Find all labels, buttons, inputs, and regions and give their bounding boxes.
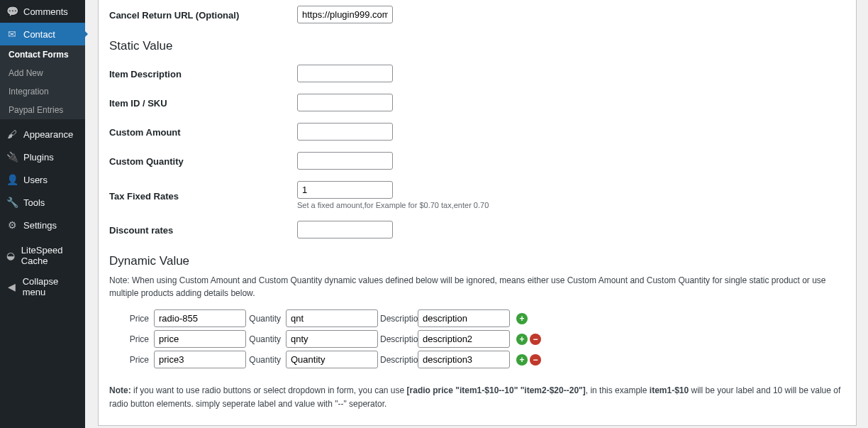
sidebar-item-label: Appearance <box>23 129 73 140</box>
label-item-description: Item Description <box>109 65 297 79</box>
brush-icon: 🖌 <box>6 128 18 141</box>
main-content: Cancel Return URL (Optional) Static Valu… <box>85 0 868 428</box>
label-item-id: Item ID / SKU <box>109 94 297 109</box>
sidebar-item-litespeed[interactable]: ◒ LiteSpeed Cache <box>0 240 85 271</box>
label-tax: Tax Fixed Rates <box>109 181 297 202</box>
sidebar-item-comments[interactable]: 💬 Comments <box>0 0 85 23</box>
add-row-icon[interactable]: + <box>516 354 528 366</box>
sidebar-item-appearance[interactable]: 🖌 Appearance <box>0 123 85 146</box>
input-desc-1[interactable] <box>418 309 510 327</box>
collapse-icon: ◀ <box>6 280 18 293</box>
input-qty-2[interactable] <box>286 330 378 348</box>
remove-row-icon[interactable]: − <box>530 334 541 345</box>
sidebar-sub-contact-forms[interactable]: Contact Forms <box>0 45 85 64</box>
note2-t1: if you want to use radio buttons or sele… <box>131 385 407 395</box>
row-item-description: Item Description <box>109 59 845 88</box>
heading-static-value: Static Value <box>109 39 845 53</box>
note2-bold2: item1-$10 <box>650 385 689 395</box>
sidebar-item-label: Plugins <box>23 152 54 163</box>
input-item-description[interactable] <box>297 65 393 82</box>
sidebar-item-contact[interactable]: ✉ Contact <box>0 23 85 45</box>
note2-code: [radio price "item1-$10--10" "item2-$20-… <box>407 385 586 395</box>
desc-label-3: Description <box>380 355 416 365</box>
dynamic-note: Note: When using Custom Amount and Custo… <box>109 274 845 300</box>
add-row-icon[interactable]: + <box>516 334 528 345</box>
mail-icon: ✉ <box>6 28 18 40</box>
sidebar-item-collapse[interactable]: ◀ Collapse menu <box>0 271 85 302</box>
label-discount: Discount rates <box>109 221 297 236</box>
litespeed-icon: ◒ <box>6 249 16 262</box>
row-custom-amount: Custom Amount <box>109 117 845 146</box>
desc-label-2: Description <box>380 334 416 344</box>
sidebar-item-label: Contact <box>23 29 55 40</box>
note2-t2: , in this example <box>586 385 650 395</box>
sidebar-item-label: Comments <box>23 6 68 17</box>
label-custom-amount: Custom Amount <box>109 123 297 138</box>
price-label-3: Price <box>116 355 152 365</box>
sidebar-item-label: Settings <box>23 220 57 231</box>
qty-label-2: Quantity <box>248 334 284 344</box>
input-custom-amount[interactable] <box>297 123 393 141</box>
row-cancel-url: Cancel Return URL (Optional) <box>109 0 845 29</box>
row-discount: Discount rates <box>109 215 845 244</box>
remove-row-icon[interactable]: − <box>530 354 541 366</box>
dynamic-row-1: Price Quantity Description + <box>116 309 845 327</box>
settings-icon: ⚙ <box>6 219 18 231</box>
desc-label-1: Description <box>380 314 416 324</box>
price-label-2: Price <box>116 334 152 344</box>
sidebar-sub-integration[interactable]: Integration <box>0 82 85 101</box>
add-row-icon[interactable]: + <box>516 313 528 324</box>
input-price-2[interactable] <box>154 330 246 348</box>
user-icon: 👤 <box>6 173 18 186</box>
sidebar-submenu: Contact Forms Add New Integration Paypal… <box>0 45 85 119</box>
sidebar-item-plugins[interactable]: 🔌 Plugins <box>0 146 85 168</box>
plug-icon: 🔌 <box>6 150 18 163</box>
settings-card: Cancel Return URL (Optional) Static Valu… <box>98 0 857 426</box>
sidebar-item-label: Users <box>23 175 48 185</box>
input-custom-quantity[interactable] <box>297 152 393 170</box>
input-tax[interactable] <box>297 181 393 199</box>
dynamic-row-3: Price Quantity Description + − <box>116 351 845 368</box>
input-cancel-url[interactable] <box>297 6 393 23</box>
input-qty-3[interactable] <box>286 351 378 368</box>
wrench-icon: 🔧 <box>6 196 18 209</box>
label-cancel-url: Cancel Return URL (Optional) <box>109 6 297 21</box>
dynamic-row-2: Price Quantity Description + − <box>116 330 845 348</box>
sidebar-item-tools[interactable]: 🔧 Tools <box>0 191 85 214</box>
input-price-3[interactable] <box>154 351 246 368</box>
row-tax: Tax Fixed Rates Set a fixed amount,for E… <box>109 175 845 215</box>
input-qty-1[interactable] <box>286 309 378 327</box>
note2-bold: Note: <box>109 385 131 395</box>
heading-dynamic-value: Dynamic Value <box>109 254 845 268</box>
admin-sidebar: 💬 Comments ✉ Contact Contact Forms Add N… <box>0 0 85 428</box>
comment-icon: 💬 <box>6 5 18 18</box>
sidebar-item-label: Collapse menu <box>23 276 79 297</box>
sidebar-item-label: LiteSpeed Cache <box>21 245 79 266</box>
qty-label-3: Quantity <box>248 355 284 365</box>
dynamic-note2: Note: if you want to use radio buttons o… <box>109 384 845 411</box>
sidebar-sub-paypal-entries[interactable]: Paypal Entries <box>0 101 85 119</box>
sidebar-item-users[interactable]: 👤 Users <box>0 168 85 191</box>
row-item-id: Item ID / SKU <box>109 88 845 117</box>
input-desc-2[interactable] <box>418 330 510 348</box>
input-discount[interactable] <box>297 221 393 238</box>
input-desc-3[interactable] <box>418 351 510 368</box>
sidebar-item-label: Tools <box>23 197 45 208</box>
label-custom-quantity: Custom Quantity <box>109 152 297 167</box>
input-price-1[interactable] <box>154 309 246 327</box>
input-item-id[interactable] <box>297 94 393 111</box>
qty-label-1: Quantity <box>248 314 284 324</box>
helper-tax: Set a fixed amount,for Example for $0.70… <box>297 201 489 209</box>
price-label-1: Price <box>116 314 152 324</box>
sidebar-item-settings[interactable]: ⚙ Settings <box>0 214 85 236</box>
row-custom-quantity: Custom Quantity <box>109 146 845 175</box>
sidebar-sub-add-new[interactable]: Add New <box>0 64 85 82</box>
